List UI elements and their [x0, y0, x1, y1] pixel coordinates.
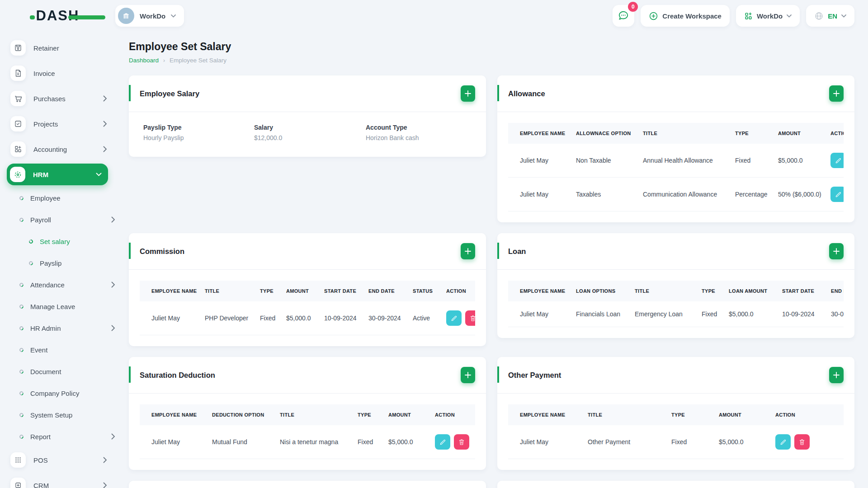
- card-title: Other Payment: [508, 371, 561, 380]
- delete-button[interactable]: [465, 310, 475, 326]
- bullet-icon: [19, 347, 24, 353]
- chevron-right-icon: [111, 325, 115, 331]
- plus-icon: [465, 90, 471, 97]
- delete-button[interactable]: [794, 434, 810, 450]
- table-cell: Communication Allowance: [631, 178, 723, 211]
- delete-button[interactable]: [454, 434, 469, 450]
- breadcrumb-separator-icon: ›: [163, 57, 165, 64]
- table-cell: Juliet May: [140, 425, 200, 459]
- table-cell: Juliet May: [508, 178, 564, 211]
- edit-button[interactable]: [775, 434, 791, 450]
- table-cell: $5,000.0: [766, 144, 819, 178]
- commission-card: Commission EMPLOYEE NAMETITLETYPEAMOUNTS…: [129, 233, 486, 346]
- edit-button[interactable]: [435, 434, 450, 450]
- sidebar-item-label: HRM: [33, 171, 48, 178]
- plus-icon: [833, 248, 840, 254]
- add-saturation-deduction-button[interactable]: [461, 367, 475, 383]
- purchases-icon: [10, 91, 26, 106]
- card-accent-bar: [129, 366, 131, 383]
- column-header: TYPE: [248, 281, 274, 301]
- column-header: ACTION: [819, 123, 844, 144]
- field-payslip-type: Payslip Type Hourly Payslip: [143, 124, 254, 141]
- table-cell: PHP Developer: [193, 301, 248, 335]
- sidebar-item-attendance[interactable]: Attendance: [0, 274, 115, 296]
- add-employee-salary-button[interactable]: [461, 85, 475, 102]
- card-accent-bar: [497, 243, 499, 259]
- table-cell: $5,000.0: [717, 301, 770, 327]
- action-cell: [819, 178, 844, 211]
- table-cell: Fixed: [690, 301, 717, 327]
- loan-table: EMPLOYEE NAMELOAN OPTIONSTITLETYPELOAN A…: [508, 281, 844, 327]
- sidebar-item-purchases[interactable]: Purchases: [0, 86, 115, 111]
- other-payment-card: Other Payment EMPLOYEE NAMETITLETYPEAMOU…: [497, 357, 854, 470]
- column-header: EMPLOYEE NAME: [508, 123, 564, 144]
- allowance-card: Allowance EMPLOYEE NAMEALLOWNACE OPTIONT…: [497, 75, 854, 222]
- sidebar-item-set-salary[interactable]: Set salary: [0, 230, 115, 252]
- chevron-down-icon: [787, 14, 792, 18]
- table-row: Juliet MayOther PaymentFixed$5,000.0: [508, 425, 844, 459]
- sidebar-item-system-setup[interactable]: System Setup: [0, 404, 115, 426]
- sidebar-item-employee[interactable]: Employee: [0, 187, 115, 209]
- edit-button[interactable]: [830, 153, 844, 168]
- add-other-payment-button[interactable]: [829, 367, 844, 383]
- sidebar-item-retainer[interactable]: Retainer: [0, 35, 115, 61]
- column-header: TITLE: [268, 404, 346, 425]
- other-payment-table: EMPLOYEE NAMETITLETYPEAMOUNTACTIONJuliet…: [508, 404, 844, 459]
- sidebar-item-crm[interactable]: CRM: [0, 473, 115, 488]
- table-cell: Fixed: [660, 425, 707, 459]
- table-cell: Fixed: [346, 425, 377, 459]
- sidebar-item-hrm[interactable]: HRM: [7, 164, 108, 185]
- sidebar-item-event[interactable]: Event: [0, 339, 115, 361]
- chevron-right-icon: [103, 95, 107, 102]
- sidebar-item-payroll[interactable]: Payroll: [0, 209, 115, 230]
- plus-icon: [465, 248, 471, 254]
- table-row: Juliet MayFinancials LoanEmergency LoanF…: [508, 301, 844, 327]
- sidebar-item-document[interactable]: Document: [0, 361, 115, 382]
- language-dropdown[interactable]: EN: [806, 5, 854, 27]
- sidebar-item-label: Event: [30, 346, 47, 354]
- sidebar-item-pos[interactable]: POS: [0, 447, 115, 473]
- sidebar-item-invoice[interactable]: Invoice: [0, 61, 115, 86]
- table-cell: $5,000.0: [274, 301, 312, 335]
- sidebar-item-report[interactable]: Report: [0, 426, 115, 447]
- sidebar-item-label: Document: [30, 368, 61, 375]
- add-allowance-button[interactable]: [829, 85, 844, 102]
- sidebar-item-company-policy[interactable]: Company Policy: [0, 382, 115, 404]
- edit-button[interactable]: [830, 187, 844, 202]
- card-title: Employee Salary: [140, 89, 199, 98]
- table-cell: 10-09-2024: [770, 301, 819, 327]
- allowance-table: EMPLOYEE NAMEALLOWNACE OPTIONTITLETYPEAM…: [508, 123, 844, 211]
- company-dropdown[interactable]: WorkDo: [736, 5, 800, 27]
- add-commission-button[interactable]: [461, 243, 475, 259]
- table-cell: Active: [401, 301, 434, 335]
- table-cell: Other Payment: [576, 425, 660, 459]
- chevron-down-icon: [841, 14, 846, 18]
- sidebar-item-label: POS: [33, 456, 48, 464]
- page-title: Employee Set Salary: [129, 41, 854, 53]
- sidebar-item-hr-admin[interactable]: HR Admin: [0, 317, 115, 339]
- sidebar-item-projects[interactable]: Projects: [0, 111, 115, 136]
- table-cell: 30-09-2024: [357, 301, 401, 335]
- sidebar-item-accounting[interactable]: Accounting: [0, 136, 115, 162]
- sidebar-item-payslip[interactable]: Payslip: [0, 252, 115, 274]
- chevron-right-icon: [103, 457, 107, 463]
- column-header: TITLE: [623, 281, 690, 301]
- card-title: Commission: [140, 247, 184, 256]
- table-cell: 10-09-2024: [312, 301, 357, 335]
- saturation-deduction-card: Saturation Deduction EMPLOYEE NAMEDEDUCT…: [129, 357, 486, 470]
- messages-button[interactable]: 0: [613, 5, 634, 27]
- app-logo[interactable]: DASH: [24, 8, 91, 24]
- edit-button[interactable]: [446, 310, 462, 326]
- column-header: START DATE: [312, 281, 357, 301]
- table-cell: Fixed: [723, 144, 766, 178]
- add-loan-button[interactable]: [829, 243, 844, 259]
- sidebar-item-manage-leave[interactable]: Manage Leave: [0, 296, 115, 317]
- create-workspace-button[interactable]: Create Workspace: [641, 5, 730, 27]
- bullet-icon: [19, 195, 24, 201]
- breadcrumb-dashboard-link[interactable]: Dashboard: [129, 57, 159, 64]
- workspace-switcher[interactable]: WorkDo: [115, 5, 184, 27]
- card-title: Saturation Deduction: [140, 371, 215, 380]
- invoice-icon: [10, 66, 26, 81]
- sidebar: RetainerInvoicePurchasesProjectsAccounti…: [0, 32, 115, 488]
- sidebar-item-label: Manage Leave: [30, 303, 75, 310]
